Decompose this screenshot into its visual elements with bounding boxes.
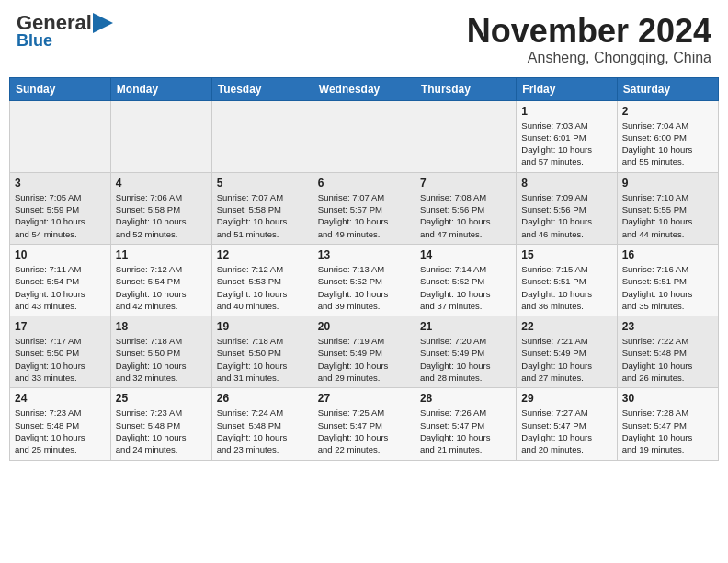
weekday-header-wednesday: Wednesday [313, 77, 415, 100]
day-info: Sunrise: 7:23 AM Sunset: 5:48 PM Dayligh… [116, 407, 207, 455]
calendar-cell: 23Sunrise: 7:22 AM Sunset: 5:48 PM Dayli… [617, 316, 718, 388]
day-number: 15 [521, 248, 611, 261]
day-info: Sunrise: 7:18 AM Sunset: 5:50 PM Dayligh… [217, 335, 308, 384]
day-number: 19 [217, 320, 308, 333]
logo: General Blue [17, 13, 113, 51]
day-info: Sunrise: 7:25 AM Sunset: 5:47 PM Dayligh… [318, 407, 410, 455]
logo-arrow-icon [93, 13, 113, 33]
calendar-cell: 27Sunrise: 7:25 AM Sunset: 5:47 PM Dayli… [313, 388, 415, 460]
calendar-cell: 16Sunrise: 7:16 AM Sunset: 5:51 PM Dayli… [617, 244, 718, 316]
day-number: 4 [116, 177, 207, 190]
day-number: 17 [15, 320, 106, 333]
day-number: 20 [318, 320, 410, 333]
day-info: Sunrise: 7:09 AM Sunset: 5:56 PM Dayligh… [521, 191, 611, 240]
calendar-week-row: 1Sunrise: 7:03 AM Sunset: 6:01 PM Daylig… [10, 100, 719, 172]
calendar-cell [110, 100, 211, 172]
calendar-cell: 11Sunrise: 7:12 AM Sunset: 5:54 PM Dayli… [110, 244, 211, 316]
calendar-cell: 30Sunrise: 7:28 AM Sunset: 5:47 PM Dayli… [617, 388, 718, 460]
calendar-cell: 24Sunrise: 7:23 AM Sunset: 5:48 PM Dayli… [10, 388, 111, 460]
day-info: Sunrise: 7:26 AM Sunset: 5:47 PM Dayligh… [420, 407, 511, 455]
day-number: 30 [622, 392, 713, 405]
day-info: Sunrise: 7:19 AM Sunset: 5:49 PM Dayligh… [318, 335, 410, 384]
calendar-week-row: 17Sunrise: 7:17 AM Sunset: 5:50 PM Dayli… [10, 316, 719, 388]
day-number: 3 [15, 177, 106, 190]
calendar-cell: 10Sunrise: 7:11 AM Sunset: 5:54 PM Dayli… [10, 244, 111, 316]
logo-text-general: General [17, 13, 92, 33]
day-number: 9 [622, 177, 713, 190]
calendar-header-row: SundayMondayTuesdayWednesdayThursdayFrid… [10, 77, 719, 100]
day-number: 2 [622, 105, 713, 118]
calendar-cell: 20Sunrise: 7:19 AM Sunset: 5:49 PM Dayli… [313, 316, 415, 388]
calendar-week-row: 24Sunrise: 7:23 AM Sunset: 5:48 PM Dayli… [10, 388, 719, 460]
day-number: 28 [420, 392, 511, 405]
calendar-cell: 13Sunrise: 7:13 AM Sunset: 5:52 PM Dayli… [313, 244, 415, 316]
svg-marker-0 [93, 13, 113, 33]
calendar-cell: 29Sunrise: 7:27 AM Sunset: 5:47 PM Dayli… [517, 388, 617, 460]
day-number: 23 [622, 320, 713, 333]
day-info: Sunrise: 7:11 AM Sunset: 5:54 PM Dayligh… [15, 263, 106, 312]
day-number: 10 [15, 248, 106, 261]
day-number: 11 [116, 248, 207, 261]
calendar-table: SundayMondayTuesdayWednesdayThursdayFrid… [9, 77, 719, 461]
day-info: Sunrise: 7:08 AM Sunset: 5:56 PM Dayligh… [420, 191, 511, 240]
day-number: 14 [420, 248, 511, 261]
day-number: 22 [521, 320, 611, 333]
day-number: 16 [622, 248, 713, 261]
calendar-cell: 28Sunrise: 7:26 AM Sunset: 5:47 PM Dayli… [415, 388, 516, 460]
day-info: Sunrise: 7:17 AM Sunset: 5:50 PM Dayligh… [15, 335, 106, 384]
page-header: General Blue November 2024 Ansheng, Chon… [9, 9, 719, 70]
calendar-cell: 9Sunrise: 7:10 AM Sunset: 5:55 PM Daylig… [617, 172, 718, 244]
weekday-header-sunday: Sunday [10, 77, 111, 100]
calendar-cell [415, 100, 516, 172]
day-number: 26 [217, 392, 308, 405]
calendar-cell: 26Sunrise: 7:24 AM Sunset: 5:48 PM Dayli… [211, 388, 313, 460]
calendar-cell: 25Sunrise: 7:23 AM Sunset: 5:48 PM Dayli… [110, 388, 211, 460]
weekday-header-saturday: Saturday [617, 77, 718, 100]
calendar-cell [313, 100, 415, 172]
day-number: 24 [15, 392, 106, 405]
day-info: Sunrise: 7:21 AM Sunset: 5:49 PM Dayligh… [521, 335, 611, 384]
day-info: Sunrise: 7:22 AM Sunset: 5:48 PM Dayligh… [622, 335, 713, 384]
page-title: November 2024 [467, 13, 711, 50]
day-number: 8 [521, 177, 611, 190]
weekday-header-friday: Friday [517, 77, 617, 100]
calendar-cell: 6Sunrise: 7:07 AM Sunset: 5:57 PM Daylig… [313, 172, 415, 244]
day-info: Sunrise: 7:05 AM Sunset: 5:59 PM Dayligh… [15, 191, 106, 240]
calendar-week-row: 10Sunrise: 7:11 AM Sunset: 5:54 PM Dayli… [10, 244, 719, 316]
day-info: Sunrise: 7:03 AM Sunset: 6:01 PM Dayligh… [521, 120, 611, 168]
title-block: November 2024 Ansheng, Chongqing, China [467, 13, 711, 66]
calendar-cell: 15Sunrise: 7:15 AM Sunset: 5:51 PM Dayli… [517, 244, 617, 316]
day-number: 29 [521, 392, 611, 405]
day-number: 13 [318, 248, 410, 261]
day-info: Sunrise: 7:24 AM Sunset: 5:48 PM Dayligh… [217, 407, 308, 455]
day-info: Sunrise: 7:13 AM Sunset: 5:52 PM Dayligh… [318, 263, 410, 312]
day-number: 7 [420, 177, 511, 190]
day-number: 25 [116, 392, 207, 405]
calendar-cell: 4Sunrise: 7:06 AM Sunset: 5:58 PM Daylig… [110, 172, 211, 244]
day-number: 18 [116, 320, 207, 333]
calendar-cell: 1Sunrise: 7:03 AM Sunset: 6:01 PM Daylig… [517, 100, 617, 172]
weekday-header-thursday: Thursday [415, 77, 516, 100]
calendar-cell: 19Sunrise: 7:18 AM Sunset: 5:50 PM Dayli… [211, 316, 313, 388]
day-info: Sunrise: 7:07 AM Sunset: 5:57 PM Dayligh… [318, 191, 410, 240]
day-number: 6 [318, 177, 410, 190]
calendar-cell: 8Sunrise: 7:09 AM Sunset: 5:56 PM Daylig… [517, 172, 617, 244]
day-number: 21 [420, 320, 511, 333]
day-info: Sunrise: 7:06 AM Sunset: 5:58 PM Dayligh… [116, 191, 207, 240]
day-info: Sunrise: 7:12 AM Sunset: 5:53 PM Dayligh… [217, 263, 308, 312]
calendar-cell: 18Sunrise: 7:18 AM Sunset: 5:50 PM Dayli… [110, 316, 211, 388]
day-number: 5 [217, 177, 308, 190]
page-subtitle: Ansheng, Chongqing, China [467, 50, 711, 66]
calendar-cell: 12Sunrise: 7:12 AM Sunset: 5:53 PM Dayli… [211, 244, 313, 316]
calendar-cell: 17Sunrise: 7:17 AM Sunset: 5:50 PM Dayli… [10, 316, 111, 388]
day-info: Sunrise: 7:04 AM Sunset: 6:00 PM Dayligh… [622, 120, 713, 168]
calendar-cell: 2Sunrise: 7:04 AM Sunset: 6:00 PM Daylig… [617, 100, 718, 172]
day-number: 12 [217, 248, 308, 261]
calendar-cell: 7Sunrise: 7:08 AM Sunset: 5:56 PM Daylig… [415, 172, 516, 244]
calendar-cell: 14Sunrise: 7:14 AM Sunset: 5:52 PM Dayli… [415, 244, 516, 316]
calendar-week-row: 3Sunrise: 7:05 AM Sunset: 5:59 PM Daylig… [10, 172, 719, 244]
day-info: Sunrise: 7:10 AM Sunset: 5:55 PM Dayligh… [622, 191, 713, 240]
day-info: Sunrise: 7:12 AM Sunset: 5:54 PM Dayligh… [116, 263, 207, 312]
day-number: 1 [521, 105, 611, 118]
day-info: Sunrise: 7:20 AM Sunset: 5:49 PM Dayligh… [420, 335, 511, 384]
